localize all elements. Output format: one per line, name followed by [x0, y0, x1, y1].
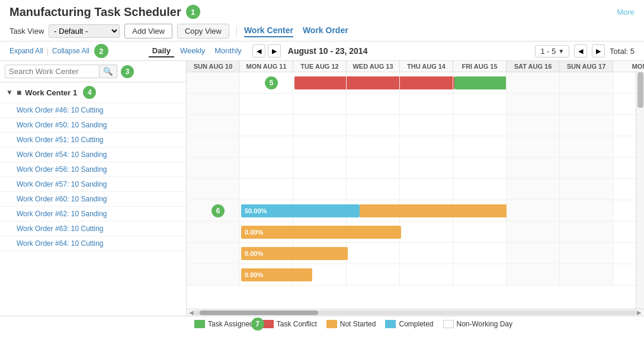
list-item[interactable]: Work Order #57: 10 Sanding — [0, 177, 186, 192]
gantt-row-9: 0.00% — [187, 264, 644, 286]
collapse-all-link[interactable]: Collapse All — [52, 47, 89, 56]
gantt-badge5: 5 — [265, 76, 278, 89]
tab-weekly[interactable]: Weekly — [177, 45, 209, 57]
app-title: Manufacturing Task Scheduler — [9, 5, 181, 19]
legend-badge: 7 — [251, 318, 264, 331]
task-view-row: Task View - Default - Add View Copy View… — [0, 21, 644, 41]
gantt-panel: SUN AUG 10 MON AUG 11 TUE AUG 12 WED AUG… — [187, 61, 644, 316]
gantt-row — [187, 94, 644, 115]
expand-collapse-group: Expand All | Collapse All — [9, 47, 89, 56]
legend-label-not-started: Not Started — [340, 320, 376, 328]
title-badge: 1 — [186, 5, 200, 19]
list-item[interactable]: Work Order #62: 10 Sanding — [0, 207, 186, 222]
list-item[interactable]: Work Order #64: 10 Cutting — [0, 236, 186, 251]
page-next-button[interactable]: ▶ — [592, 44, 605, 57]
gantt-col-wed13: WED AUG 13 — [347, 61, 400, 72]
not-started-bar-0c[interactable]: 0.00% — [241, 268, 312, 281]
gantt-col-mon-extra: MON — [613, 61, 644, 72]
gantt-cell — [507, 72, 560, 93]
date-range: August 10 - 23, 2014 — [288, 46, 368, 56]
date-nav: ◀ ▶ August 10 - 23, 2014 — [252, 44, 373, 57]
vertical-scrollbar[interactable] — [636, 72, 644, 309]
v-scroll-thumb[interactable] — [637, 72, 643, 108]
legend-color-red — [263, 320, 274, 328]
gantt-row — [187, 158, 644, 179]
gantt-col-sat16: SAT AUG 16 — [507, 61, 560, 72]
left-panel: 🔍 3 ▼ ■ Work Center 1 4 Work Order #46: … — [0, 61, 187, 316]
horizontal-scrollbar[interactable]: ◀ ▶ — [187, 309, 644, 316]
search-input[interactable] — [5, 65, 100, 78]
gantt-row-header: 5 — [187, 72, 644, 94]
gantt-row — [187, 179, 644, 200]
copy-view-button[interactable]: Copy View — [177, 24, 229, 39]
gantt-body: 5 — [187, 72, 644, 309]
scroll-thumb[interactable] — [200, 310, 318, 315]
legend-not-started: Not Started — [326, 320, 376, 328]
gantt-cell — [453, 72, 507, 93]
legend-label-conflict: Task Conflict — [277, 320, 317, 328]
legend-color-yellow — [326, 320, 337, 328]
scroll-left-arrow[interactable]: ◀ — [189, 309, 194, 316]
search-badge: 3 — [121, 65, 134, 78]
not-started-bar-0b[interactable]: 0.00% — [241, 247, 348, 260]
app-title-container: Manufacturing Task Scheduler 1 — [9, 5, 200, 19]
gantt-row-7: 0.00% — [187, 222, 644, 243]
legend-label-completed: Completed — [399, 320, 433, 328]
gantt-cell — [187, 72, 240, 93]
main-content: 🔍 3 ▼ ■ Work Center 1 4 Work Order #46: … — [0, 61, 644, 316]
tab-monthly[interactable]: Monthly — [211, 45, 245, 57]
list-item[interactable]: Work Order #63: 10 Cutting — [0, 222, 186, 236]
work-center-header[interactable]: ▼ ■ Work Center 1 4 — [0, 82, 186, 103]
page-indicator[interactable]: 1 - 5 ▼ — [535, 45, 569, 57]
date-next-button[interactable]: ▶ — [268, 44, 281, 57]
add-view-button[interactable]: Add View — [124, 24, 172, 39]
not-started-bar-50[interactable] — [360, 204, 520, 217]
legend-label-non-working: Non-Working Day — [457, 320, 512, 328]
top-header: Manufacturing Task Scheduler 1 More — [0, 0, 644, 21]
search-button[interactable]: 🔍 — [100, 65, 117, 78]
workcenter-badge: 4 — [83, 86, 96, 99]
list-item[interactable]: Work Order #56: 10 Sanding — [0, 162, 186, 177]
nav-work-center[interactable]: Work Center — [244, 25, 293, 37]
task-view-label: Task View — [9, 27, 44, 36]
legend-color-green — [194, 320, 205, 328]
legend-task-assigned: Task Assigned — [194, 320, 254, 328]
gantt-badge6: 6 — [212, 204, 225, 217]
tab-daily[interactable]: Daily — [149, 45, 174, 57]
more-link[interactable]: More — [617, 8, 635, 17]
gantt-cell — [293, 72, 347, 93]
nav-work-order[interactable]: Work Order — [303, 25, 348, 37]
page-prev-button[interactable]: ◀ — [574, 44, 587, 57]
legend-non-working: Non-Working Day — [443, 320, 512, 328]
legend-task-conflict: Task Conflict — [263, 320, 317, 328]
separator — [236, 25, 237, 37]
legend-label-assigned: Task Assigned — [208, 320, 254, 328]
list-item[interactable]: Work Order #46: 10 Cutting — [0, 103, 186, 118]
date-prev-button[interactable]: ◀ — [252, 44, 265, 57]
gantt-cell — [400, 72, 453, 93]
legend-bar: 7 Task Assigned Task Conflict Not Starte… — [0, 316, 644, 332]
gantt-col-tue12: TUE AUG 12 — [293, 61, 347, 72]
task-view-select[interactable]: - Default - — [49, 24, 120, 38]
gantt-cell — [560, 72, 613, 93]
expand-all-link[interactable]: Expand All — [9, 47, 43, 56]
gantt-header: SUN AUG 10 MON AUG 11 TUE AUG 12 WED AUG… — [187, 61, 644, 72]
list-item[interactable]: Work Order #54: 10 Sanding — [0, 148, 186, 162]
list-item[interactable]: Work Order #51: 10 Cutting — [0, 133, 186, 148]
gantt-col-mon11: MON AUG 11 — [240, 61, 293, 72]
legend-completed: Completed — [385, 320, 433, 328]
gantt-row — [187, 115, 644, 136]
not-started-bar-0a[interactable]: 0.00% — [241, 226, 401, 239]
completed-bar-50[interactable]: 50.00% — [241, 204, 360, 217]
period-tabs: Daily Weekly Monthly — [149, 45, 245, 57]
scroll-track[interactable] — [194, 310, 637, 315]
legend-color-blue — [385, 320, 396, 328]
total-label: Total: 5 — [610, 47, 635, 56]
legend-color-white — [443, 320, 454, 328]
work-center-checkbox-icon: ■ — [17, 88, 21, 97]
list-item[interactable]: Work Order #50: 10 Sanding — [0, 118, 186, 133]
scroll-right-arrow[interactable]: ▶ — [637, 309, 642, 316]
list-item[interactable]: Work Order #60: 10 Sanding — [0, 192, 186, 207]
gantt-col-thu14: THU AUG 14 — [400, 61, 453, 72]
gantt-col-sun10: SUN AUG 10 — [187, 61, 240, 72]
